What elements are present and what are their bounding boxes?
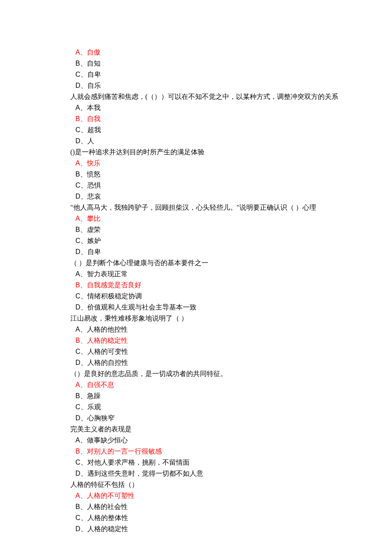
option-label: B、 (75, 392, 87, 399)
option-label: A、 (75, 104, 87, 111)
option-a: A、攀比 (70, 213, 366, 224)
option-text: 嫉妒 (87, 237, 101, 244)
option-label: D、 (75, 359, 87, 366)
option-label: A、 (75, 436, 87, 444)
option-b: B、自我感觉是否良好 (70, 280, 366, 291)
option-c: C、乐观 (70, 402, 366, 413)
option-label: D、 (75, 137, 87, 145)
option-text: 悲哀 (87, 193, 101, 200)
option-text: 自强不息 (87, 381, 114, 388)
option-text: 自乐 (87, 82, 101, 89)
option-label: D、 (75, 82, 87, 89)
option-text: 人 (87, 137, 94, 145)
option-c: C、超我 (70, 124, 366, 136)
option-label: D、 (75, 248, 87, 255)
option-text: 恐惧 (87, 182, 101, 189)
option-label: A、 (75, 49, 87, 56)
option-text: 人格的不可塑性 (87, 492, 135, 499)
option-text: 攀比 (87, 215, 101, 222)
option-b: B、虚荣 (70, 224, 366, 235)
option-b: B、自我 (70, 113, 366, 124)
option-label: B、 (75, 337, 87, 344)
option-text: 价值观和人生观与社会主导基本一致 (87, 304, 196, 311)
question-stem: 完美主义者的表现是 (70, 424, 366, 435)
option-text: 人格的社会性 (87, 503, 128, 510)
option-a: A、自强不息 (70, 379, 366, 390)
option-b: B、人格的社会性 (70, 501, 366, 512)
option-a: A、人格的他控性 (70, 324, 366, 335)
option-label: C、 (75, 71, 87, 78)
option-text: 自卑 (87, 248, 101, 255)
question-stem: （）是良好的意志品质，是一切成功者的共同特征。 (70, 368, 366, 379)
option-text: 虚荣 (87, 226, 101, 233)
option-c: C、情绪积极稳定协调 (70, 291, 366, 302)
option-label: B、 (75, 171, 87, 178)
option-b: B、对别人的一言一行很敏感 (70, 446, 366, 457)
question-stem: 人格的特征不包括（） (70, 479, 366, 490)
option-text: 人格的稳定性 (87, 525, 128, 532)
option-text: 本我 (87, 104, 101, 111)
option-b: B、人格的稳定性 (70, 335, 366, 346)
document-page: A、自傲B、自知C、自卑D、自乐人就会感到痛苦和焦虑，(（））可以在不知不觉之中… (0, 0, 392, 555)
option-label: A、 (75, 215, 87, 222)
option-d: D、心胸狭窄 (70, 413, 366, 424)
option-label: D、 (75, 414, 87, 422)
option-b: B、愤怒 (70, 169, 366, 180)
option-label: A、 (75, 326, 87, 333)
option-label: B、 (75, 281, 87, 289)
option-a: A、人格的不可塑性 (70, 490, 366, 501)
option-label: B、 (75, 503, 87, 510)
option-a: A、自傲 (70, 47, 366, 58)
option-text: 人格的自控性 (87, 359, 128, 366)
option-c: C、恐惧 (70, 180, 366, 191)
option-d: D、人格的稳定性 (70, 523, 366, 535)
option-label: C、 (75, 237, 87, 244)
option-a: A、做事缺少恒心 (70, 435, 366, 446)
option-d: D、价值观和人生观与社会主导基本一致 (70, 302, 366, 313)
option-text: 急躁 (87, 392, 101, 399)
option-text: 人格的整体性 (87, 514, 128, 521)
question-stem: "他人高马大，我独跨驴子，回顾担柴汉，心头轻些儿。"说明要正确认识（ ）心理 (70, 202, 366, 213)
option-label: C、 (75, 292, 87, 300)
option-label: B、 (75, 115, 87, 122)
option-text: 超我 (87, 126, 101, 133)
option-a: A、本我 (70, 102, 366, 113)
option-text: 智力表现正常 (87, 270, 128, 278)
option-text: 自我感觉是否良好 (87, 281, 141, 289)
option-text: 人格的稳定性 (87, 337, 128, 344)
option-d: D、悲哀 (70, 191, 366, 202)
option-label: A、 (75, 492, 87, 499)
option-label: D、 (75, 470, 87, 477)
option-a: A、智力表现正常 (70, 269, 366, 280)
option-text: 心胸狭窄 (87, 414, 115, 422)
option-text: 自知 (87, 60, 101, 67)
option-label: D、 (75, 193, 87, 200)
option-text: 对他人要求严格，挑剔，不留情面 (87, 459, 190, 466)
option-text: 做事缺少恒心 (87, 436, 128, 444)
option-c: C、人格的整体性 (70, 512, 366, 523)
option-c: C、嫉妒 (70, 235, 366, 246)
option-c: C、对他人要求严格，挑剔，不留情面 (70, 457, 366, 468)
option-label: A、 (75, 381, 87, 388)
question-stem: （ ）是判断个体心理健康与否的基本要件之一 (70, 257, 366, 269)
option-label: A、 (75, 270, 87, 278)
option-text: 愤怒 (87, 171, 101, 178)
option-a: A、快乐 (70, 158, 366, 169)
option-b: B、急躁 (70, 390, 366, 402)
option-b: B、自知 (70, 58, 366, 69)
option-text: 乐观 (87, 403, 101, 410)
option-d: D、自乐 (70, 80, 366, 91)
option-label: B、 (75, 226, 87, 233)
question-stem: ()是一种追求并达到目的时所产生的满足体验 (70, 147, 366, 158)
option-d: D、遇到这些失意时，觉得一切都不如人意 (70, 468, 366, 479)
option-label: D、 (75, 525, 87, 532)
option-label: C、 (75, 459, 87, 466)
option-label: C、 (75, 403, 87, 410)
option-label: B、 (75, 60, 87, 67)
option-label: C、 (75, 514, 87, 521)
option-text: 快乐 (87, 159, 101, 167)
option-text: 自卑 (87, 71, 101, 78)
option-d: D、人 (70, 136, 366, 147)
option-text: 遇到这些失意时，觉得一切都不如人意 (87, 470, 203, 477)
option-label: A、 (75, 159, 87, 167)
